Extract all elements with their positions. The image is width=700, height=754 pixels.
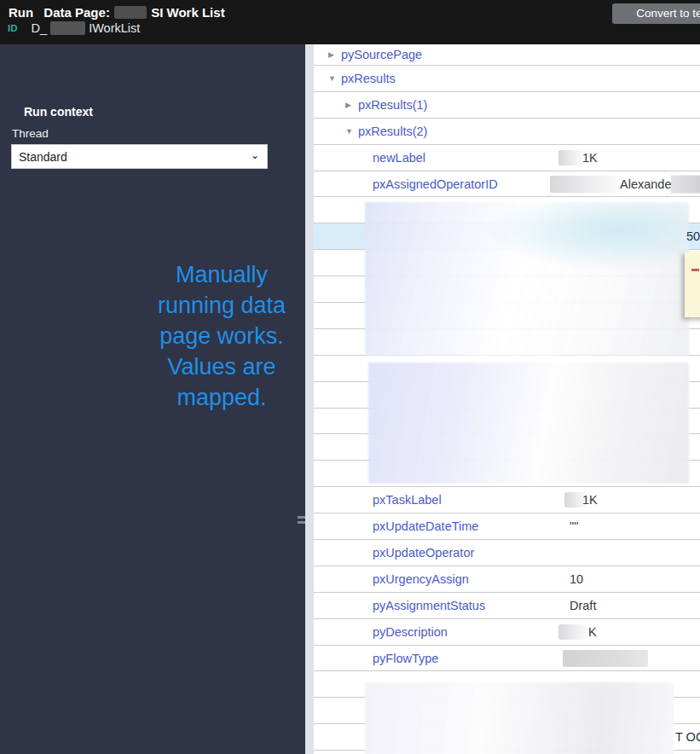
redaction-blur-region-1 bbox=[365, 202, 689, 356]
property-link[interactable]: pxUpdateOperator bbox=[373, 546, 474, 560]
tree-row-pyAssignmentStatus: pyAssignmentStatusDraft bbox=[314, 593, 700, 619]
id-line: ID D_ IWorkList bbox=[8, 21, 140, 37]
tree-row-pyDescription: pyDescriptionK bbox=[314, 619, 700, 646]
property-link[interactable]: pxAssignedOperatorID bbox=[373, 177, 498, 191]
redaction-patch bbox=[550, 176, 620, 193]
thread-select-wrapper: Standard ⌄ bbox=[11, 144, 268, 169]
tooltip-text-fragment bbox=[691, 269, 699, 271]
expand-icon[interactable]: ▶ bbox=[345, 101, 351, 109]
property-value: 1K bbox=[582, 151, 598, 165]
property-link[interactable]: pxResults(2) bbox=[358, 125, 427, 138]
property-link[interactable]: pxUrgencyAssign bbox=[373, 572, 469, 586]
property-value: 10 bbox=[570, 572, 583, 586]
app-window: Run Data Page: SI Work List ID D_ IWorkL… bbox=[0, 0, 700, 754]
property-value: 506 bbox=[686, 229, 700, 243]
property-link[interactable]: newLabel bbox=[373, 151, 425, 165]
thread-select[interactable]: Standard bbox=[12, 145, 267, 168]
redaction-blur-region-3 bbox=[365, 682, 674, 754]
splitter-grip-icon[interactable] bbox=[298, 516, 305, 526]
run-label: Run bbox=[9, 5, 33, 20]
annotation-note: Manually running data page works. Values… bbox=[135, 259, 309, 413]
results-panel: ▶pySourcePage▼pxResults▶pxResults(1)▼pxR… bbox=[314, 44, 700, 754]
id-value-suffix: IWorkList bbox=[89, 21, 140, 35]
tree-row-pxUpdateOperator: pxUpdateOperator bbox=[314, 540, 700, 566]
convert-to-test-button[interactable]: Convert to te bbox=[612, 3, 700, 24]
collapse-icon[interactable]: ▼ bbox=[328, 74, 336, 83]
run-title: Run Data Page: SI Work List bbox=[9, 5, 225, 20]
page-name-suffix: SI Work List bbox=[151, 5, 224, 20]
tree-row-pxTaskLabel: pxTaskLabel1K bbox=[314, 487, 700, 513]
value-tooltip bbox=[685, 252, 700, 317]
property-link[interactable]: pxTaskLabel bbox=[373, 493, 442, 507]
page-label: Data Page: bbox=[43, 5, 110, 20]
redaction-patch bbox=[671, 175, 700, 193]
id-value-prefix: D_ bbox=[32, 21, 48, 35]
property-value: T OO bbox=[675, 730, 700, 744]
run-context-title: Run context bbox=[24, 105, 93, 119]
property-link[interactable]: pxResults bbox=[341, 72, 396, 85]
redaction-patch bbox=[558, 150, 582, 165]
redaction-patch bbox=[558, 624, 587, 640]
run-header: Run Data Page: SI Work List ID D_ IWorkL… bbox=[0, 0, 700, 44]
tree-row-newLabel: newLabel1K bbox=[314, 145, 700, 171]
id-label: ID bbox=[8, 23, 18, 33]
property-value: K bbox=[588, 625, 597, 639]
property-value: Alexande bbox=[620, 177, 671, 191]
redaction-blur-region-2 bbox=[368, 362, 689, 484]
tree-row-pxResults(1): ▶pxResults(1) bbox=[314, 92, 700, 119]
redaction-patch bbox=[114, 6, 147, 19]
tree-row-pxUpdateDateTime: pxUpdateDateTime"" bbox=[314, 513, 700, 540]
property-link[interactable]: pxUpdateDateTime bbox=[373, 519, 478, 533]
tree-row-pxResults(2): ▼pxResults(2) bbox=[314, 119, 700, 145]
tree-row-pxAssignedOperatorID: pxAssignedOperatorIDAlexande bbox=[314, 171, 700, 198]
redaction-patch bbox=[563, 650, 648, 667]
property-link[interactable]: pySourcePage bbox=[341, 48, 422, 61]
collapse-icon[interactable]: ▼ bbox=[345, 127, 353, 136]
property-value: 1K bbox=[582, 493, 598, 507]
run-context-sidebar: Run context Thread Standard ⌄ Manually r… bbox=[0, 44, 305, 754]
property-link[interactable]: pyFlowType bbox=[373, 652, 438, 665]
tree-row-pySourcePage: ▶pySourcePage bbox=[314, 44, 700, 66]
property-value: "" bbox=[570, 519, 578, 533]
thread-label: Thread bbox=[12, 127, 49, 140]
property-link[interactable]: pyAssignmentStatus bbox=[373, 599, 485, 612]
tree-row-pxResults: ▼pxResults bbox=[314, 66, 700, 92]
tree-row-pxUrgencyAssign: pxUrgencyAssign10 bbox=[314, 566, 700, 593]
tree-row-pyFlowType: pyFlowType bbox=[314, 646, 700, 672]
property-link[interactable]: pxResults(1) bbox=[358, 98, 427, 112]
expand-icon[interactable]: ▶ bbox=[328, 50, 334, 59]
property-value: Draft bbox=[570, 599, 596, 612]
redaction-patch bbox=[50, 21, 85, 35]
property-link[interactable]: pyDescription bbox=[373, 625, 448, 639]
